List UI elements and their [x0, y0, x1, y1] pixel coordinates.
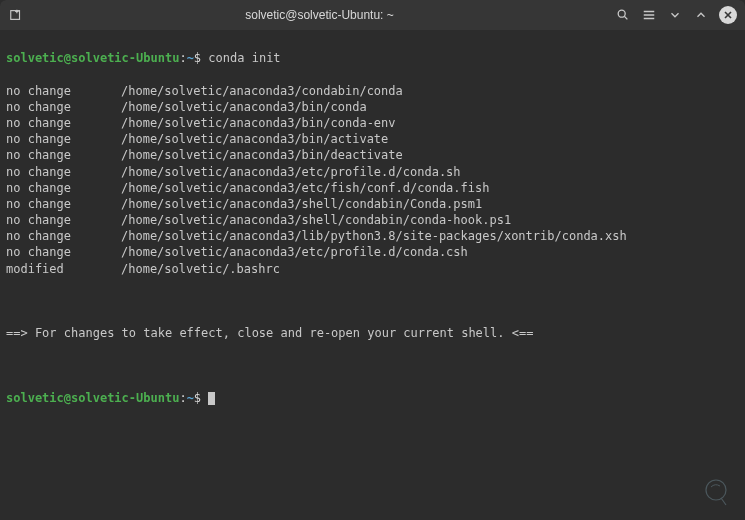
cursor	[208, 392, 215, 405]
prompt-sep1: :	[179, 391, 186, 405]
titlebar-right	[615, 6, 737, 24]
path-text: /home/solvetic/anaconda3/bin/activate	[121, 132, 388, 146]
prompt-sep1: :	[179, 51, 186, 65]
prompt-user: solvetic@solvetic-Ubuntu	[6, 391, 179, 405]
path-text: /home/solvetic/anaconda3/bin/conda-env	[121, 116, 396, 130]
output-line: no change/home/solvetic/anaconda3/bin/ac…	[6, 131, 739, 147]
close-icon[interactable]	[719, 6, 737, 24]
status-text: no change	[6, 212, 121, 228]
svg-point-3	[618, 10, 625, 17]
path-text: /home/solvetic/anaconda3/bin/conda	[121, 100, 367, 114]
prompt-path: ~	[187, 51, 194, 65]
path-text: /home/solvetic/anaconda3/shell/condabin/…	[121, 197, 482, 211]
menu-icon[interactable]	[641, 7, 657, 23]
output-line: no change/home/solvetic/anaconda3/bin/co…	[6, 115, 739, 131]
prompt-user: solvetic@solvetic-Ubuntu	[6, 51, 179, 65]
output-line: no change/home/solvetic/anaconda3/etc/pr…	[6, 164, 739, 180]
status-text: no change	[6, 180, 121, 196]
path-text: /home/solvetic/anaconda3/bin/deactivate	[121, 148, 403, 162]
prompt-sep2: $	[194, 391, 201, 405]
status-text: no change	[6, 131, 121, 147]
status-text: no change	[6, 115, 121, 131]
status-text: no change	[6, 228, 121, 244]
path-text: /home/solvetic/anaconda3/etc/fish/conf.d…	[121, 181, 489, 195]
output-lines: no change/home/solvetic/anaconda3/condab…	[6, 83, 739, 277]
blank-line	[6, 293, 739, 309]
output-line: no change/home/solvetic/anaconda3/bin/de…	[6, 147, 739, 163]
output-line: no change/home/solvetic/anaconda3/shell/…	[6, 212, 739, 228]
path-text: /home/solvetic/.bashrc	[121, 262, 280, 276]
titlebar-left	[8, 7, 24, 23]
search-icon[interactable]	[615, 7, 631, 23]
svg-point-10	[706, 480, 726, 500]
path-text: /home/solvetic/anaconda3/shell/condabin/…	[121, 213, 511, 227]
svg-line-4	[624, 16, 627, 19]
status-text: no change	[6, 83, 121, 99]
status-text: no change	[6, 244, 121, 260]
output-line: modified/home/solvetic/.bashrc	[6, 261, 739, 277]
prompt-path: ~	[187, 391, 194, 405]
status-text: no change	[6, 164, 121, 180]
maximize-icon[interactable]	[693, 7, 709, 23]
status-text: no change	[6, 196, 121, 212]
output-line: no change/home/solvetic/anaconda3/condab…	[6, 83, 739, 99]
output-line: no change/home/solvetic/anaconda3/lib/py…	[6, 228, 739, 244]
prompt-line-2: solvetic@solvetic-Ubuntu:~$	[6, 390, 739, 406]
window-title: solvetic@solvetic-Ubuntu: ~	[24, 8, 615, 22]
path-text: /home/solvetic/anaconda3/etc/profile.d/c…	[121, 245, 468, 259]
blank-line	[6, 358, 739, 374]
command-text: conda init	[208, 51, 280, 65]
watermark-icon	[701, 477, 731, 510]
path-text: /home/solvetic/anaconda3/lib/python3.8/s…	[121, 229, 627, 243]
message-line: ==> For changes to take effect, close an…	[6, 325, 739, 341]
output-line: no change/home/solvetic/anaconda3/shell/…	[6, 196, 739, 212]
output-line: no change/home/solvetic/anaconda3/etc/pr…	[6, 244, 739, 260]
prompt-sep2: $	[194, 51, 201, 65]
terminal-output[interactable]: solvetic@solvetic-Ubuntu:~$ conda init n…	[0, 30, 745, 427]
path-text: /home/solvetic/anaconda3/etc/profile.d/c…	[121, 165, 461, 179]
titlebar: solvetic@solvetic-Ubuntu: ~	[0, 0, 745, 30]
output-line: no change/home/solvetic/anaconda3/bin/co…	[6, 99, 739, 115]
output-line: no change/home/solvetic/anaconda3/etc/fi…	[6, 180, 739, 196]
status-text: modified	[6, 261, 121, 277]
prompt-line: solvetic@solvetic-Ubuntu:~$ conda init	[6, 50, 739, 66]
status-text: no change	[6, 147, 121, 163]
status-text: no change	[6, 99, 121, 115]
minimize-icon[interactable]	[667, 7, 683, 23]
path-text: /home/solvetic/anaconda3/condabin/conda	[121, 84, 403, 98]
new-tab-icon[interactable]	[8, 7, 24, 23]
